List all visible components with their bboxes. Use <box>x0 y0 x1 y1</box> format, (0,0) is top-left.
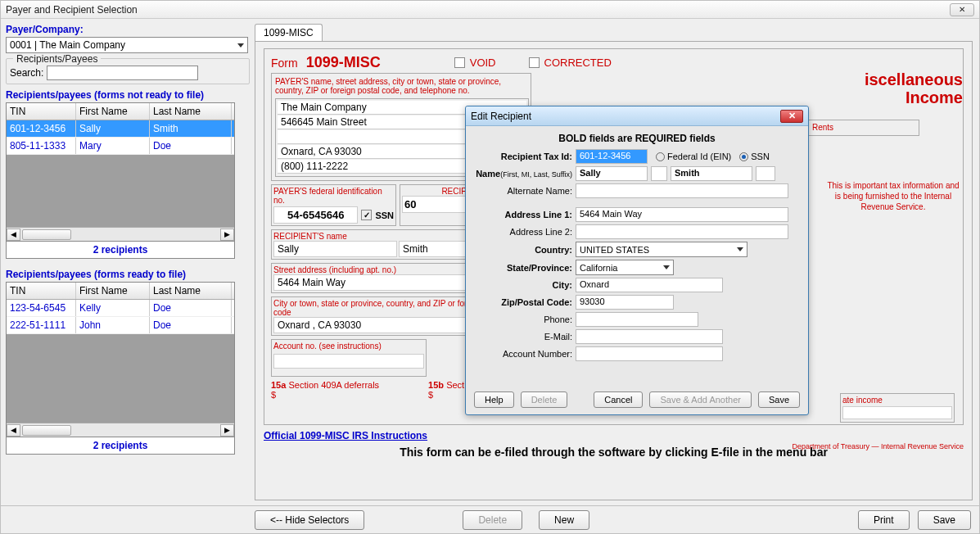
scroll-thumb[interactable] <box>22 229 71 240</box>
modal-save-button[interactable]: Save <box>758 391 800 408</box>
table-row[interactable]: 123-54-6545KellyDoe <box>7 300 234 317</box>
corrected-label: CORRECTED <box>544 57 612 69</box>
col-tin[interactable]: TIN <box>7 103 76 120</box>
dept-treasury: Department of Treasury — Internal Revenu… <box>792 442 964 450</box>
account-input[interactable] <box>273 354 424 369</box>
table-row[interactable]: 601-12-3456SallySmith <box>7 120 234 138</box>
state-income-input[interactable] <box>842 406 952 419</box>
chevron-down-icon <box>737 247 743 251</box>
ssn-checkbox[interactable]: ✓ <box>361 210 372 220</box>
acct-label: Account Number: <box>474 349 572 359</box>
acct-input[interactable] <box>576 346 723 361</box>
tax-id-input[interactable]: 601-12-3456 <box>576 149 648 164</box>
scroll-right-icon[interactable]: ▶ <box>220 424 234 437</box>
city-label: City: <box>474 280 572 290</box>
fed-id-radio[interactable]: Federal Id (EIN) <box>656 152 731 161</box>
misc-income-title: iscellaneousIncome <box>824 70 963 106</box>
col-first[interactable]: First Name <box>76 283 150 299</box>
box15b-num: 15b <box>428 380 444 390</box>
ready-table: TIN First Name Last Name 123-54-6545Kell… <box>6 282 235 437</box>
addr1-label: Address Line 1: <box>474 210 572 219</box>
payer-company-label: Payer/Company: <box>6 24 250 35</box>
print-button[interactable]: Print <box>858 510 910 530</box>
last-name-input[interactable]: Smith <box>671 166 752 181</box>
state-label: State/Province: <box>474 263 572 273</box>
table-row[interactable]: 222-51-1111JohnDoe <box>7 317 234 334</box>
addr2-input[interactable] <box>576 224 788 239</box>
required-note: BOLD fields are REQUIRED fields <box>474 133 800 144</box>
zip-label: Zip/Postal Code: <box>474 297 572 307</box>
corrected-checkbox[interactable] <box>529 57 540 68</box>
table-row[interactable]: 805-11-1333MaryDoe <box>7 138 234 155</box>
scroll-right-icon[interactable]: ▶ <box>220 229 234 241</box>
edit-recipient-dialog: Edit Recipient ✕ BOLD fields are REQUIRE… <box>465 106 809 415</box>
col-first[interactable]: First Name <box>76 103 150 120</box>
hscroll[interactable]: ◀ ▶ <box>7 227 234 241</box>
email-label: E-Mail: <box>474 332 572 342</box>
scroll-thumb[interactable] <box>22 425 71 436</box>
window-close-button[interactable]: ✕ <box>950 3 974 16</box>
payer-company-dropdown[interactable]: 0001 | The Main Company <box>6 37 248 53</box>
irs-instructions-link[interactable]: Official 1099-MISC IRS Instructions <box>264 430 427 441</box>
state-income-label: ate income <box>842 396 883 405</box>
account-label: Account no. (see instructions) <box>273 342 424 351</box>
help-button[interactable]: Help <box>474 391 514 408</box>
col-last[interactable]: Last Name <box>150 103 232 120</box>
phone-input[interactable] <box>576 312 698 327</box>
col-last[interactable]: Last Name <box>150 283 232 299</box>
payer-header: PAYER'S name, street address, city or to… <box>275 77 527 95</box>
alt-name-label: Alternate Name: <box>474 186 572 196</box>
box15a-text: Section 409A deferrals <box>288 380 379 390</box>
modal-close-button[interactable]: ✕ <box>780 110 803 123</box>
ssn-label: SSN <box>375 210 394 220</box>
addr2-label: Address Line 2: <box>474 227 572 237</box>
search-label: Search: <box>10 67 43 79</box>
scroll-left-icon[interactable]: ◀ <box>7 424 20 437</box>
state-select[interactable]: California <box>576 260 674 275</box>
hide-selectors-button[interactable]: <-- Hide Selectors <box>255 510 364 530</box>
email-input[interactable] <box>576 329 723 344</box>
scroll-left-icon[interactable]: ◀ <box>7 229 20 241</box>
city-input[interactable]: Oxnard <box>576 278 723 292</box>
alt-name-input[interactable] <box>576 183 788 198</box>
col-tin[interactable]: TIN <box>7 283 76 299</box>
cancel-button[interactable]: Cancel <box>594 391 643 408</box>
recipient-first[interactable]: Sally <box>273 241 397 257</box>
delete-button[interactable]: Delete <box>463 510 522 530</box>
addr1-input[interactable]: 5464 Main Way <box>576 207 788 222</box>
recipients-group-title: Recipients/Payees <box>13 53 101 65</box>
zip-input[interactable]: 93030 <box>576 295 674 310</box>
void-checkbox[interactable] <box>454 57 465 68</box>
tax-id-label: Recipient Tax Id: <box>474 152 572 161</box>
save-button[interactable]: Save <box>918 510 971 530</box>
void-label: VOID <box>470 57 496 69</box>
form-type: 1099-MISC <box>306 54 381 71</box>
country-label: Country: <box>474 245 572 255</box>
new-button[interactable]: New <box>539 510 589 530</box>
form-word: Form <box>271 57 298 70</box>
ssn-radio[interactable]: SSN <box>739 152 770 161</box>
search-input[interactable] <box>47 66 198 80</box>
first-name-input[interactable]: Sally <box>576 166 648 181</box>
name-label: Name <box>476 169 500 179</box>
save-add-button[interactable]: Save & Add Another <box>649 391 751 408</box>
suffix-input[interactable] <box>756 166 775 181</box>
not-ready-table: TIN First Name Last Name 601-12-3456Sall… <box>6 102 235 242</box>
modal-title: Edit Recipient <box>471 111 531 122</box>
not-ready-count: 2 recipients <box>6 242 235 259</box>
fedid-value: 54-6545646 <box>273 206 358 224</box>
chevron-down-icon <box>663 265 670 269</box>
box15a-num: 15a <box>271 380 286 390</box>
mi-input[interactable] <box>651 166 667 181</box>
window-titlebar: Payer and Recipient Selection ✕ <box>1 1 979 19</box>
not-ready-title: Recipients/payees (forms not ready to fi… <box>6 89 250 101</box>
hscroll[interactable]: ◀ ▶ <box>7 423 234 437</box>
tab-1099-misc[interactable]: 1099-MISC <box>255 24 323 42</box>
state-income-box: ate income <box>840 393 955 423</box>
phone-label: Phone: <box>474 315 572 324</box>
chevron-down-icon <box>237 43 244 48</box>
fedid-label: PAYER'S federal identification no. <box>273 187 394 205</box>
country-select[interactable]: UNITED STATES <box>576 242 747 257</box>
ready-title: Recipients/payees (forms ready to file) <box>6 269 250 280</box>
modal-delete-button[interactable]: Delete <box>521 391 568 408</box>
